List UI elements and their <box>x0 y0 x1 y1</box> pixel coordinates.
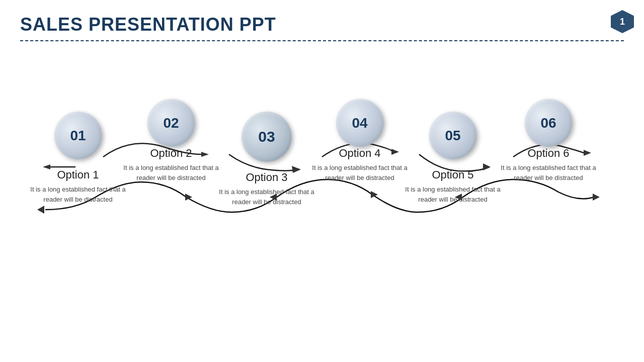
option-1-circle: 01 <box>54 112 102 159</box>
option-6-text: Option 6 It is a long established fact t… <box>496 147 601 183</box>
option-5-title: Option 5 <box>400 168 506 182</box>
main-content: 01 Option 1 It is a long established fac… <box>0 46 644 362</box>
header-divider <box>20 40 624 41</box>
option-3-text: Option 3 It is a long established fact t… <box>214 171 319 207</box>
svg-marker-11 <box>593 194 600 201</box>
option-5-desc: It is a long established fact that a rea… <box>400 185 506 204</box>
option-3-desc: It is a long established fact that a rea… <box>214 187 319 207</box>
option-2-text: Option 2 It is a long established fact t… <box>118 147 224 183</box>
option-2: 02 Option 2 It is a long established fac… <box>121 94 221 192</box>
option-2-title: Option 2 <box>118 147 224 160</box>
option-6-desc: It is a long established fact that a rea… <box>496 163 601 183</box>
option-4-circle: 04 <box>336 99 384 147</box>
option-2-desc: It is a long established fact that a rea… <box>118 163 224 183</box>
option-5-text: Option 5 It is a long established fact t… <box>400 168 506 204</box>
option-3: 03 Option 3 It is a long established fac… <box>216 112 317 207</box>
header: SALES PRESENTATION PPT 1 <box>0 0 644 41</box>
option-6: 06 Option 6 It is a long established fac… <box>498 94 599 192</box>
option-1-text: Option 1 It is a long established fact t… <box>25 168 131 204</box>
option-6-title: Option 6 <box>496 147 601 160</box>
option-4-title: Option 4 <box>307 147 413 160</box>
page-title: SALES PRESENTATION PPT <box>20 14 624 35</box>
option-4-text: Option 4 It is a long established fact t… <box>307 147 413 183</box>
option-6-circle: 06 <box>525 99 573 147</box>
option-4: 04 Option 4 It is a long established fac… <box>309 94 410 192</box>
option-2-circle: 02 <box>147 99 195 147</box>
option-3-title: Option 3 <box>214 171 319 184</box>
option-1-title: Option 1 <box>25 168 131 182</box>
option-1: 01 Option 1 It is a long established fac… <box>28 112 128 204</box>
option-5: 05 Option 5 It is a long established fac… <box>403 112 503 204</box>
option-1-desc: It is a long established fact that a rea… <box>25 185 131 204</box>
option-3-circle: 03 <box>242 112 292 162</box>
option-4-desc: It is a long established fact that a rea… <box>307 163 413 183</box>
svg-marker-6 <box>37 206 44 214</box>
option-5-circle: 05 <box>429 112 477 159</box>
